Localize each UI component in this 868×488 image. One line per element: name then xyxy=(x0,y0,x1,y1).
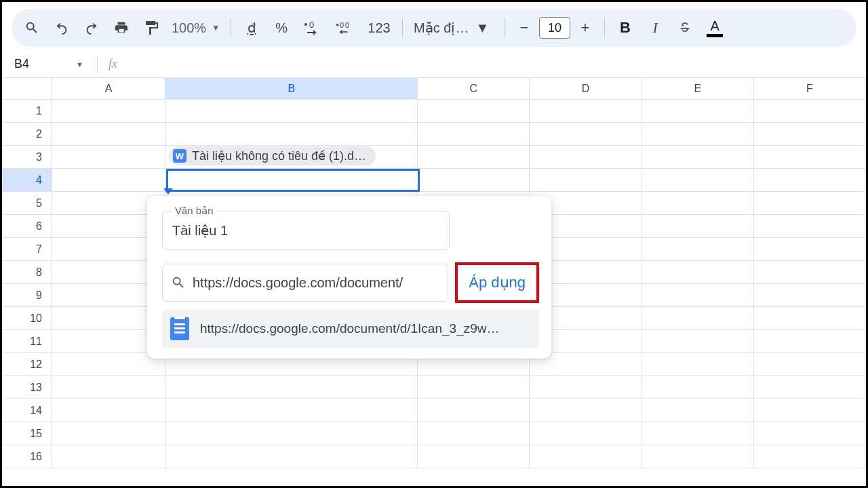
column-header-C[interactable]: C xyxy=(418,78,530,100)
cell[interactable] xyxy=(754,146,866,169)
link-text-field[interactable]: Văn bản Tài liệu 1 xyxy=(162,211,450,250)
paint-format-icon[interactable] xyxy=(138,14,165,41)
cell[interactable] xyxy=(754,330,866,353)
select-all-corner[interactable] xyxy=(2,78,52,100)
column-header-B[interactable]: B xyxy=(165,78,418,100)
cell[interactable] xyxy=(418,100,530,123)
cell[interactable] xyxy=(418,376,530,399)
cell[interactable] xyxy=(530,169,642,192)
row-header-5[interactable]: 5 xyxy=(2,192,52,215)
cell[interactable] xyxy=(530,422,642,445)
cell[interactable] xyxy=(754,238,866,261)
cell[interactable] xyxy=(418,422,530,445)
decrease-decimal-button[interactable]: 0 xyxy=(298,14,328,41)
cell[interactable] xyxy=(642,330,754,353)
cell[interactable] xyxy=(418,146,530,169)
active-cell[interactable] xyxy=(166,169,420,192)
file-chip[interactable]: W Tài liệu không có tiêu đề (1).d… xyxy=(169,146,376,165)
decrease-font-size-button[interactable]: − xyxy=(512,16,536,40)
cell[interactable] xyxy=(165,123,418,146)
cell[interactable] xyxy=(642,353,754,376)
search-icon[interactable] xyxy=(18,14,45,41)
column-header-A[interactable]: A xyxy=(52,78,165,100)
apply-button[interactable]: Áp dụng xyxy=(455,262,539,303)
row-header-13[interactable]: 13 xyxy=(2,376,52,399)
cell[interactable] xyxy=(530,100,642,123)
row-header-10[interactable]: 10 xyxy=(2,307,52,330)
cell[interactable] xyxy=(642,123,754,146)
row-header-11[interactable]: 11 xyxy=(2,330,52,353)
row-header-14[interactable]: 14 xyxy=(2,399,52,422)
row-header-1[interactable]: 1 xyxy=(2,100,52,123)
row-header-15[interactable]: 15 xyxy=(2,422,52,445)
redo-icon[interactable] xyxy=(78,14,105,41)
cell[interactable] xyxy=(530,399,642,422)
row-header-8[interactable]: 8 xyxy=(2,261,52,284)
row-header-9[interactable]: 9 xyxy=(2,284,52,307)
cell[interactable] xyxy=(754,445,866,468)
cell[interactable] xyxy=(52,376,165,399)
cell[interactable] xyxy=(642,192,754,215)
cell[interactable] xyxy=(754,422,866,445)
undo-icon[interactable] xyxy=(48,14,75,41)
cell[interactable] xyxy=(165,422,418,445)
cell[interactable] xyxy=(165,399,418,422)
row-header-16[interactable]: 16 xyxy=(2,445,52,468)
cell[interactable] xyxy=(642,284,754,307)
cell[interactable] xyxy=(165,376,418,399)
cell[interactable] xyxy=(642,307,754,330)
cell[interactable] xyxy=(754,192,866,215)
cell[interactable] xyxy=(642,261,754,284)
cell[interactable] xyxy=(530,445,642,468)
bold-button[interactable]: B xyxy=(612,19,639,37)
cell[interactable] xyxy=(754,123,866,146)
cell[interactable] xyxy=(418,123,530,146)
cell[interactable] xyxy=(418,169,530,192)
link-url-field[interactable]: https://docs.google.com/document/ xyxy=(162,264,448,302)
cell[interactable] xyxy=(52,422,165,445)
cell[interactable] xyxy=(52,123,165,146)
cell[interactable] xyxy=(754,307,866,330)
cell[interactable] xyxy=(52,445,165,468)
zoom-dropdown[interactable]: 100% ▼ xyxy=(167,20,224,36)
cell[interactable] xyxy=(754,100,866,123)
cell[interactable] xyxy=(754,284,866,307)
link-suggestion[interactable]: https://docs.google.com/document/d/1Ican… xyxy=(162,310,539,348)
increase-font-size-button[interactable]: + xyxy=(573,16,597,40)
percent-format-button[interactable]: % xyxy=(268,20,295,36)
cell[interactable] xyxy=(52,353,165,376)
cell[interactable] xyxy=(52,100,165,123)
row-header-7[interactable]: 7 xyxy=(2,238,52,261)
row-header-4[interactable]: 4 xyxy=(2,169,52,192)
row-header-6[interactable]: 6 xyxy=(2,215,52,238)
print-icon[interactable] xyxy=(108,14,135,41)
cell[interactable] xyxy=(754,353,866,376)
font-size-input[interactable]: 10 xyxy=(539,17,570,39)
cell[interactable] xyxy=(754,261,866,284)
cell[interactable] xyxy=(642,100,754,123)
more-formats-button[interactable]: 123 xyxy=(363,20,395,36)
column-header-D[interactable]: D xyxy=(530,78,642,100)
cell[interactable] xyxy=(52,399,165,422)
cell[interactable] xyxy=(754,376,866,399)
currency-format-button[interactable]: ₫ xyxy=(238,14,265,41)
cell[interactable] xyxy=(530,376,642,399)
cell[interactable] xyxy=(165,445,418,468)
cell[interactable] xyxy=(418,399,530,422)
cell[interactable] xyxy=(754,399,866,422)
text-color-button[interactable]: A xyxy=(701,14,728,41)
cell[interactable] xyxy=(642,422,754,445)
column-header-F[interactable]: F xyxy=(754,78,866,100)
increase-decimal-button[interactable]: 00 xyxy=(330,14,360,41)
font-family-dropdown[interactable]: Mặc đị… ▼ xyxy=(410,20,498,36)
cell[interactable] xyxy=(642,215,754,238)
cell[interactable] xyxy=(754,169,866,192)
row-header-12[interactable]: 12 xyxy=(2,353,52,376)
cell[interactable] xyxy=(52,146,165,169)
cell[interactable] xyxy=(530,123,642,146)
cell[interactable] xyxy=(418,445,530,468)
cell[interactable] xyxy=(642,146,754,169)
cell[interactable] xyxy=(642,376,754,399)
cell[interactable] xyxy=(642,445,754,468)
name-box[interactable]: B4 ▼ xyxy=(2,51,90,78)
